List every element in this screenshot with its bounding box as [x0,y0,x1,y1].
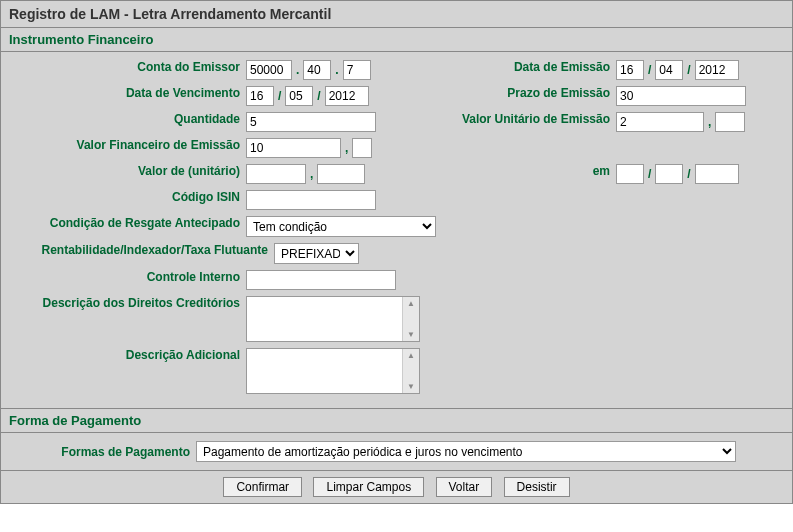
label-quantidade: Quantidade [11,112,246,126]
chevron-down-icon: ▼ [407,330,415,339]
label-condicao-resgate: Condição de Resgate Antecipado [11,216,246,230]
dot-separator: . [294,63,301,77]
em-ano-input[interactable] [695,164,739,184]
section-title-forma-pagamento: Forma de Pagamento [0,409,793,433]
voltar-button[interactable]: Voltar [436,477,493,497]
comma-separator: , [706,115,713,129]
descricao-adicional-wrap: ▲▼ [246,348,420,394]
page-title: Registro de LAM - Letra Arrendamento Mer… [0,0,793,28]
section-title-instrumento: Instrumento Financeiro [0,28,793,52]
chevron-down-icon: ▼ [407,382,415,391]
condicao-resgate-select[interactable]: Tem condição [246,216,436,237]
label-em: em [451,164,616,178]
label-data-vencimento: Data de Vencimento [11,86,246,100]
em-mes-input[interactable] [655,164,683,184]
label-valor-unitario-emissao: Valor Unitário de Emissão [451,112,616,126]
chevron-up-icon: ▲ [407,299,415,308]
section-body-forma-pagamento: Formas de Pagamento Pagamento de amortiz… [0,433,793,471]
data-emissao-ano-input[interactable] [695,60,739,80]
dot-separator: . [333,63,340,77]
descricao-direitos-textarea[interactable] [247,297,402,341]
chevron-up-icon: ▲ [407,351,415,360]
slash-separator: / [315,89,322,103]
conta-emissor-3-input[interactable] [343,60,371,80]
label-descricao-adicional: Descrição Adicional [11,348,246,362]
label-conta-emissor: Conta do Emissor [11,60,246,74]
conta-emissor-1-input[interactable] [246,60,292,80]
desistir-button[interactable]: Desistir [504,477,570,497]
slash-separator: / [276,89,283,103]
slash-separator: / [685,167,692,181]
data-vencimento-dia-input[interactable] [246,86,274,106]
label-valor-financeiro-emissao: Valor Financeiro de Emissão [11,138,246,152]
label-formas-pagamento: Formas de Pagamento [11,445,196,459]
valor-unitario-emissao-int-input[interactable] [616,112,704,132]
prazo-emissao-input[interactable] [616,86,746,106]
slash-separator: / [685,63,692,77]
comma-separator: , [343,141,350,155]
slash-separator: / [646,63,653,77]
em-dia-input[interactable] [616,164,644,184]
section-body-instrumento: Conta do Emissor . . Data de Emissão / /… [0,52,793,409]
descricao-direitos-wrap: ▲▼ [246,296,420,342]
button-bar: Confirmar Limpar Campos Voltar Desistir [0,471,793,504]
valor-de-unitario-dec-input[interactable] [317,164,365,184]
rentabilidade-select[interactable]: PREFIXADO [274,243,359,264]
formas-pagamento-select[interactable]: Pagamento de amortização periódica e jur… [196,441,736,462]
label-descricao-direitos: Descrição dos Direitos Creditórios [11,296,246,310]
valor-de-unitario-int-input[interactable] [246,164,306,184]
confirmar-button[interactable]: Confirmar [223,477,302,497]
conta-emissor-2-input[interactable] [303,60,331,80]
data-vencimento-ano-input[interactable] [325,86,369,106]
label-controle-interno: Controle Interno [11,270,246,284]
valor-financeiro-emissao-dec-input[interactable] [352,138,372,158]
descricao-adicional-textarea[interactable] [247,349,402,393]
scrollbar[interactable]: ▲▼ [402,297,419,341]
quantidade-input[interactable] [246,112,376,132]
comma-separator: , [308,167,315,181]
data-vencimento-mes-input[interactable] [285,86,313,106]
label-data-emissao: Data de Emissão [451,60,616,74]
label-valor-de-unitario: Valor de (unitário) [11,164,246,178]
slash-separator: / [646,167,653,181]
data-emissao-dia-input[interactable] [616,60,644,80]
label-codigo-isin: Código ISIN [11,190,246,204]
data-emissao-mes-input[interactable] [655,60,683,80]
valor-financeiro-emissao-int-input[interactable] [246,138,341,158]
valor-unitario-emissao-dec-input[interactable] [715,112,745,132]
controle-interno-input[interactable] [246,270,396,290]
label-rentabilidade: Rentabilidade/Indexador/Taxa Flutuante [11,243,274,257]
codigo-isin-input[interactable] [246,190,376,210]
label-prazo-emissao: Prazo de Emissão [451,86,616,100]
limpar-campos-button[interactable]: Limpar Campos [313,477,424,497]
scrollbar[interactable]: ▲▼ [402,349,419,393]
